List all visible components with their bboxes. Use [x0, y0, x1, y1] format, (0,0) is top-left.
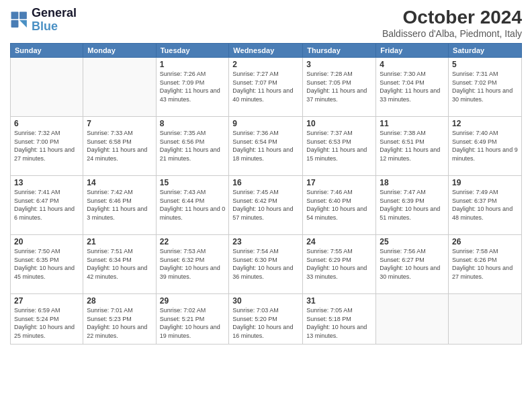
table-row: 6Sunrise: 7:32 AMSunset: 7:00 PMDaylight…	[11, 117, 83, 176]
table-row: 31Sunrise: 7:05 AMSunset: 5:18 PMDayligh…	[303, 294, 376, 345]
header: General Blue October 2024 Baldissero d'A…	[10, 7, 522, 39]
day-number: 12	[452, 119, 518, 128]
table-row: 28Sunrise: 7:01 AMSunset: 5:23 PMDayligh…	[83, 294, 156, 345]
day-info: Sunrise: 7:35 AMSunset: 6:56 PMDaylight:…	[160, 129, 226, 163]
calendar-table: Sunday Monday Tuesday Wednesday Thursday…	[10, 43, 522, 345]
day-number: 11	[380, 119, 445, 128]
day-number: 23	[232, 237, 299, 246]
header-thursday: Thursday	[303, 44, 376, 58]
logo: General Blue	[10, 7, 77, 34]
table-row: 23Sunrise: 7:54 AMSunset: 6:30 PMDayligh…	[229, 235, 303, 294]
day-info: Sunrise: 7:37 AMSunset: 6:53 PMDaylight:…	[306, 129, 372, 163]
day-number: 19	[452, 178, 518, 187]
day-number: 30	[232, 296, 299, 306]
day-number: 24	[306, 237, 372, 246]
day-info: Sunrise: 7:56 AMSunset: 6:27 PMDaylight:…	[380, 247, 445, 281]
table-row: 18Sunrise: 7:47 AMSunset: 6:39 PMDayligh…	[376, 176, 449, 235]
logo-blue: Blue	[32, 20, 77, 34]
table-row: 16Sunrise: 7:45 AMSunset: 6:42 PMDayligh…	[229, 176, 303, 235]
title-area: October 2024 Baldissero d'Alba, Piedmont…	[382, 7, 522, 39]
day-number: 18	[380, 178, 445, 187]
table-row	[83, 58, 156, 117]
day-info: Sunrise: 7:33 AMSunset: 6:58 PMDaylight:…	[87, 129, 152, 163]
svg-rect-1	[19, 11, 27, 19]
header-monday: Monday	[83, 44, 156, 58]
logo-general: General	[32, 7, 77, 20]
day-info: Sunrise: 7:03 AMSunset: 5:20 PMDaylight:…	[232, 306, 299, 340]
day-info: Sunrise: 7:26 AMSunset: 7:09 PMDaylight:…	[160, 70, 226, 103]
day-number: 20	[14, 237, 79, 246]
day-number: 22	[160, 237, 226, 246]
day-info: Sunrise: 7:58 AMSunset: 6:26 PMDaylight:…	[452, 247, 518, 281]
day-number: 6	[14, 119, 79, 128]
day-info: Sunrise: 7:45 AMSunset: 6:42 PMDaylight:…	[232, 188, 299, 222]
table-row: 25Sunrise: 7:56 AMSunset: 6:27 PMDayligh…	[376, 235, 449, 294]
table-row	[376, 294, 449, 345]
logo-icon	[10, 11, 29, 30]
table-row: 12Sunrise: 7:40 AMSunset: 6:49 PMDayligh…	[449, 117, 522, 176]
day-number: 16	[232, 178, 299, 187]
table-row: 5Sunrise: 7:31 AMSunset: 7:02 PMDaylight…	[449, 58, 522, 117]
day-number: 3	[306, 60, 372, 69]
day-number: 17	[306, 178, 372, 187]
day-number: 15	[160, 178, 226, 187]
table-row: 9Sunrise: 7:36 AMSunset: 6:54 PMDaylight…	[229, 117, 303, 176]
day-info: Sunrise: 7:01 AMSunset: 5:23 PMDaylight:…	[87, 306, 152, 340]
table-row: 19Sunrise: 7:49 AMSunset: 6:37 PMDayligh…	[449, 176, 522, 235]
header-sunday: Sunday	[11, 44, 83, 58]
table-row: 20Sunrise: 7:50 AMSunset: 6:35 PMDayligh…	[11, 235, 83, 294]
table-row: 22Sunrise: 7:53 AMSunset: 6:32 PMDayligh…	[156, 235, 229, 294]
day-number: 25	[380, 237, 445, 246]
table-row: 21Sunrise: 7:51 AMSunset: 6:34 PMDayligh…	[83, 235, 156, 294]
day-number: 10	[306, 119, 372, 128]
page: General Blue October 2024 Baldissero d'A…	[0, 0, 532, 411]
day-number: 9	[232, 119, 299, 128]
table-row: 26Sunrise: 7:58 AMSunset: 6:26 PMDayligh…	[449, 235, 522, 294]
table-row: 2Sunrise: 7:27 AMSunset: 7:07 PMDaylight…	[229, 58, 303, 117]
day-number: 28	[87, 296, 152, 306]
day-number: 7	[87, 119, 152, 128]
day-number: 1	[160, 60, 226, 69]
header-tuesday: Tuesday	[156, 44, 229, 58]
table-row: 7Sunrise: 7:33 AMSunset: 6:58 PMDaylight…	[83, 117, 156, 176]
day-info: Sunrise: 7:27 AMSunset: 7:07 PMDaylight:…	[232, 70, 299, 103]
logo-text: General Blue	[32, 7, 77, 34]
header-wednesday: Wednesday	[229, 44, 303, 58]
day-number: 2	[232, 60, 299, 69]
table-row: 13Sunrise: 7:41 AMSunset: 6:47 PMDayligh…	[11, 176, 83, 235]
day-number: 29	[160, 296, 226, 306]
day-header-row: Sunday Monday Tuesday Wednesday Thursday…	[11, 44, 522, 58]
table-row: 8Sunrise: 7:35 AMSunset: 6:56 PMDaylight…	[156, 117, 229, 176]
table-row: 15Sunrise: 7:43 AMSunset: 6:44 PMDayligh…	[156, 176, 229, 235]
table-row: 27Sunrise: 6:59 AMSunset: 5:24 PMDayligh…	[11, 294, 83, 345]
day-info: Sunrise: 7:54 AMSunset: 6:30 PMDaylight:…	[232, 247, 299, 281]
header-saturday: Saturday	[449, 44, 522, 58]
day-number: 4	[380, 60, 445, 69]
day-info: Sunrise: 7:53 AMSunset: 6:32 PMDaylight:…	[160, 247, 226, 281]
day-info: Sunrise: 6:59 AMSunset: 5:24 PMDaylight:…	[14, 306, 79, 340]
day-number: 14	[87, 178, 152, 187]
day-info: Sunrise: 7:31 AMSunset: 7:02 PMDaylight:…	[452, 70, 518, 103]
day-number: 5	[452, 60, 518, 69]
svg-marker-3	[19, 20, 27, 28]
svg-rect-0	[11, 11, 19, 19]
table-row: 24Sunrise: 7:55 AMSunset: 6:29 PMDayligh…	[303, 235, 376, 294]
svg-rect-2	[11, 20, 19, 28]
day-info: Sunrise: 7:32 AMSunset: 7:00 PMDaylight:…	[14, 129, 79, 163]
day-number: 21	[87, 237, 152, 246]
day-info: Sunrise: 7:43 AMSunset: 6:44 PMDaylight:…	[160, 188, 226, 222]
table-row: 10Sunrise: 7:37 AMSunset: 6:53 PMDayligh…	[303, 117, 376, 176]
table-row: 3Sunrise: 7:28 AMSunset: 7:05 PMDaylight…	[303, 58, 376, 117]
day-info: Sunrise: 7:55 AMSunset: 6:29 PMDaylight:…	[306, 247, 372, 281]
day-info: Sunrise: 7:36 AMSunset: 6:54 PMDaylight:…	[232, 129, 299, 163]
table-row: 30Sunrise: 7:03 AMSunset: 5:20 PMDayligh…	[229, 294, 303, 345]
header-friday: Friday	[376, 44, 449, 58]
day-info: Sunrise: 7:05 AMSunset: 5:18 PMDaylight:…	[306, 306, 372, 340]
table-row: 11Sunrise: 7:38 AMSunset: 6:51 PMDayligh…	[376, 117, 449, 176]
location: Baldissero d'Alba, Piedmont, Italy	[382, 28, 522, 39]
day-info: Sunrise: 7:51 AMSunset: 6:34 PMDaylight:…	[87, 247, 152, 281]
day-info: Sunrise: 7:28 AMSunset: 7:05 PMDaylight:…	[306, 70, 372, 103]
day-number: 26	[452, 237, 518, 246]
day-number: 8	[160, 119, 226, 128]
table-row	[11, 58, 83, 117]
